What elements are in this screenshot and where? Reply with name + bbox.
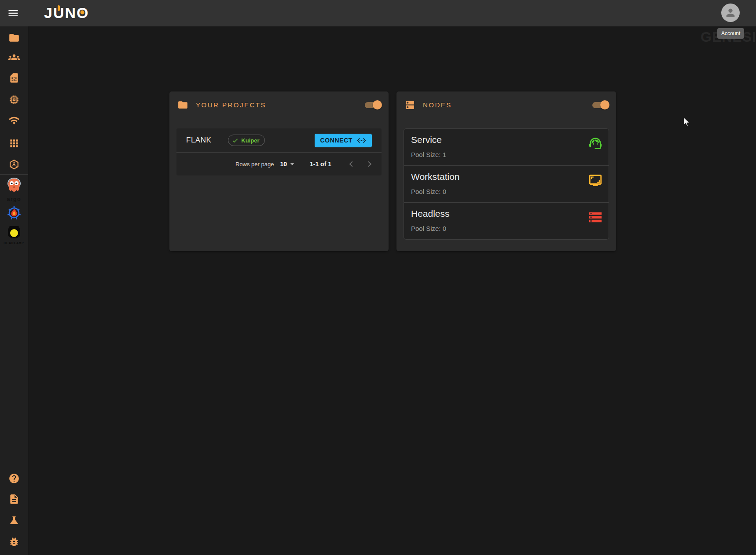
sidebar-item-apps[interactable] [8, 138, 20, 149]
logo-orange-dot [81, 11, 84, 15]
document-icon [8, 493, 20, 505]
sim-card-icon [8, 72, 20, 84]
juno-logo[interactable]: J U N O [44, 4, 89, 22]
folder-icon [8, 32, 20, 44]
logo-letter: N [65, 4, 77, 22]
help-icon [8, 473, 20, 484]
sidebar-item-docs[interactable] [8, 493, 20, 505]
kuiper-status-chip: Kuiper [228, 135, 265, 146]
memory-chip-icon [8, 94, 20, 106]
sidebar-item-sim[interactable] [8, 72, 20, 84]
headlamp-icon [5, 223, 23, 241]
nodes-card-title: NODES [423, 101, 452, 109]
sidebar-item-headlamp[interactable]: HEADLAMP [1, 223, 27, 245]
connect-label: CONNECT [320, 137, 352, 144]
rows-per-page-label: Rows per page [235, 161, 274, 168]
node-title: Workstation [411, 172, 602, 182]
sidebar-item-projects[interactable] [8, 32, 20, 44]
headlamp-label: HEADLAMP [1, 241, 27, 245]
sidebar-item-help[interactable] [8, 473, 20, 484]
node-title: Service [411, 135, 602, 145]
rows-per-page-select[interactable]: 10 [280, 160, 297, 168]
bug-icon [8, 536, 20, 548]
node-row-headless[interactable]: Headless Pool Size: 0 [404, 202, 609, 240]
sidebar-item-teams[interactable] [8, 51, 20, 63]
projects-toggle[interactable] [365, 100, 381, 110]
sidebar-item-argo[interactable]: argo [2, 177, 26, 202]
mouse-cursor [683, 117, 693, 128]
nodes-card-header: NODES [396, 91, 616, 118]
nodes-toggle[interactable] [592, 100, 608, 110]
flask-icon [8, 515, 20, 526]
menu-icon[interactable] [7, 7, 19, 19]
top-app-bar: J U N O [0, 0, 756, 26]
kubernetes-flame-icon [6, 205, 22, 221]
next-page-button[interactable] [364, 158, 375, 170]
projects-card-header: YOUR PROJECTS [169, 91, 389, 118]
check-icon [232, 137, 239, 144]
nodes-card: NODES Service Pool Size: 1 Workstation P… [396, 91, 616, 251]
sidebar-item-bug-report[interactable] [8, 536, 20, 548]
sidebar-divider [0, 174, 28, 175]
account-avatar-button[interactable] [721, 4, 740, 22]
pagination-range: 1-1 of 1 [310, 161, 331, 168]
sidebar-item-packages[interactable] [8, 159, 20, 170]
logo-letter-u: U [53, 4, 65, 22]
chip-label: Kuiper [241, 137, 259, 144]
project-name: FLANK [186, 136, 211, 145]
node-row-service[interactable]: Service Pool Size: 1 [404, 128, 609, 166]
wifi-icon [8, 115, 20, 126]
left-sidebar: argo HEADLAMP [0, 26, 28, 555]
projects-card-title: YOUR PROJECTS [196, 101, 266, 109]
apps-grid-icon [8, 138, 20, 149]
dropdown-caret-icon [288, 160, 297, 168]
node-pool-size: Pool Size: 1 [411, 151, 602, 158]
storage-icon [588, 210, 603, 225]
project-row: FLANK Kuiper CONNECT [176, 128, 382, 153]
rows-per-page-value: 10 [280, 161, 287, 168]
logo-letter: J [44, 4, 53, 22]
support-agent-icon [588, 136, 603, 151]
dns-icon [404, 99, 415, 110]
toggle-knob [373, 100, 382, 110]
nodes-list: Service Pool Size: 1 Workstation Pool Si… [404, 128, 609, 240]
account-tooltip: Account [717, 28, 744, 39]
toggle-knob [600, 100, 609, 110]
sidebar-item-network[interactable] [8, 115, 20, 126]
argo-label: argo [2, 196, 26, 202]
connect-button[interactable]: CONNECT [315, 134, 372, 147]
node-row-workstation[interactable]: Workstation Pool Size: 0 [404, 165, 609, 203]
your-projects-card: YOUR PROJECTS FLANK Kuiper CONNECT Rows … [169, 91, 389, 251]
package-box-icon [8, 159, 20, 170]
node-pool-size: Pool Size: 0 [411, 225, 602, 232]
monitor-icon [588, 173, 603, 188]
juno-dashboard: { "topbar": { "logo_letters": ["J", "U",… [0, 0, 756, 555]
folder-icon [177, 99, 188, 110]
groups-icon [8, 51, 20, 63]
table-pagination: Rows per page 10 1-1 of 1 [176, 153, 382, 175]
sidebar-item-experiments[interactable] [8, 515, 20, 526]
sidebar-item-devices[interactable] [8, 94, 20, 106]
argo-icon [5, 177, 23, 197]
person-icon [724, 7, 737, 19]
node-pool-size: Pool Size: 0 [411, 188, 602, 195]
previous-page-button[interactable] [345, 158, 357, 170]
sidebar-item-kubernetes[interactable] [6, 205, 22, 221]
logo-letter-o: O [77, 4, 89, 22]
projects-table: FLANK Kuiper CONNECT Rows per page 10 1-… [176, 128, 382, 175]
node-title: Headless [411, 208, 602, 219]
ethernet-icon [357, 136, 366, 145]
logo-orange-tick [58, 5, 60, 11]
